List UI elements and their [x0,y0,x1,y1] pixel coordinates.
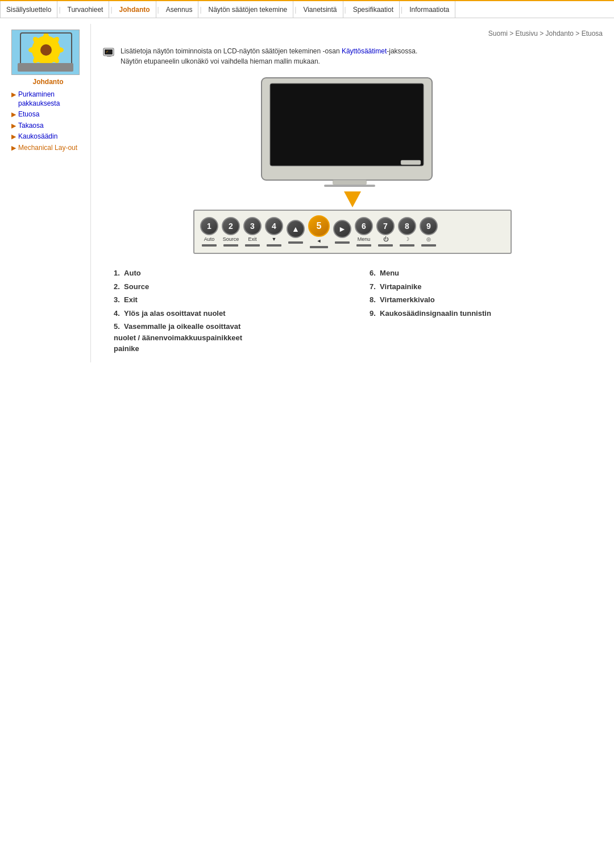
nav-sep-2: | [109,1,113,18]
ctrl-btn-3[interactable]: 3 Exit [243,217,262,247]
info-box: ✓ Lisätietoja näytön toiminnoista on LCD… [102,46,603,66]
ctrl-label-source: Source [223,236,239,242]
svg-rect-22 [324,185,375,187]
ctrl-label-led: ☽ [405,236,409,242]
ctrl-number-8: 8 [405,222,409,231]
info-text-after-link: -jaksossa. [387,47,417,55]
ctrl-circle-8[interactable]: 8 [398,217,416,235]
nav-item-asennus[interactable]: Asennus [160,1,199,18]
nav-item-turvaohieet[interactable]: Turvaohieet [62,1,110,18]
nav-sep-3: | [156,1,160,18]
ctrl-number-1: 1 [207,222,211,231]
ctrl-number-9: 9 [426,222,431,231]
ctrl-circle-4[interactable]: 4 [265,217,283,235]
list-left: 1. Auto 2. Source 3. Exit 4. Ylös ja ala… [114,265,347,357]
down-arrow [102,191,603,208]
nav-sep-6: | [343,1,347,18]
info-paragraph: Lisätietoja näytön toiminnoista on LCD-n… [121,46,417,66]
sidebar-item-takaosa[interactable]: ▶ Takaosa [11,122,85,131]
ctrl-indicator-up [288,241,303,244]
arrow-icon-mechanical: ▶ [11,144,16,152]
nav-item-johdanto[interactable]: Johdanto [114,1,156,18]
ctrl-indicator-right [335,241,350,244]
sidebar-item-mechanical[interactable]: ▶ Mechanical Lay-out [11,144,85,153]
sidebar-link-mechanical[interactable]: Mechanical Lay-out [18,144,77,153]
sidebar-link-kaukosaaadin[interactable]: Kaukosäädin [18,132,57,141]
list-item-7: 7. Virtapainike [370,281,603,293]
nav-item-spesifikaatiot[interactable]: Spesifikaatiot [347,1,400,18]
sidebar-item-etuosa[interactable]: ▶ Etuosa [11,110,85,119]
nav-item-informaatiota[interactable]: Informaatiota [404,1,455,18]
sidebar-link-takaosa[interactable]: Takaosa [18,122,44,131]
list-item-5: 5. Vasemmalle ja oikealle osoittavat nuo… [114,321,250,354]
ctrl-circle-right[interactable]: ► [333,220,351,238]
list-num-1: 1. [114,269,120,277]
list-num-8: 8. [370,295,376,304]
list-item-9: 9. Kaukosäädinsignaalin tunnistin [370,308,603,319]
svg-text:✓: ✓ [106,50,109,53]
ctrl-circle-1[interactable]: 1 [200,217,218,235]
list-num-7: 7. [370,282,376,291]
ctrl-number-6: 6 [362,222,366,231]
arrow-icon-takaosa: ▶ [11,122,16,130]
ctrl-btn-right[interactable]: ► [333,220,351,244]
list-num-6: 6. [370,269,376,277]
nav-sep-1: | [57,1,61,18]
svg-point-9 [28,47,38,53]
info-text-line2: Näytön etupaneelin ulkonäkö voi vaihdell… [121,57,320,65]
ctrl-label-exit: Exit [248,236,256,242]
nav-sep-4: | [198,1,202,18]
list-right: 6. Menu 7. Virtapainike 8. Virtamerkkiva… [370,265,603,357]
ctrl-btn-4[interactable]: 4 ▼ [265,217,283,247]
ctrl-indicator-3 [245,244,260,247]
list-item-6: 6. Menu [370,268,603,279]
ctrl-btn-6[interactable]: 6 Menu [355,217,373,247]
ctrl-number-right: ► [338,224,346,233]
sidebar-menu: ▶ Purkaminen pakkauksesta ▶ Etuosa ▶ Tak… [11,90,85,153]
sidebar-link-etuosa[interactable]: Etuosa [18,110,39,119]
ctrl-circle-2[interactable]: 2 [222,217,240,235]
list-text-2: Source [124,282,149,291]
sidebar-title: Johdanto [11,78,85,86]
nav-item-sisallysluettelo[interactable]: Sisällysluettelo [0,1,57,18]
nav-item-vianetsinta[interactable]: Vianetsintä [297,1,343,18]
list-text-8: Virtamerkkivalo [380,295,435,304]
controls-buttons-row: 1 Auto 2 Source 3 [200,215,505,248]
ctrl-btn-8[interactable]: 8 ☽ [398,217,416,247]
nav-item-nayton[interactable]: Näytön säätöjen tekemine [203,1,294,18]
ctrl-circle-6[interactable]: 6 [355,217,373,235]
ctrl-circle-up[interactable]: ▲ [287,220,305,238]
list-text-3: Exit [124,295,138,304]
ctrl-number-up: ▲ [292,224,300,233]
ctrl-btn-up[interactable]: ▲ [287,220,305,244]
ctrl-btn-5[interactable]: 5 ◄ [308,215,330,248]
list-text-6: Menu [380,269,399,277]
arrow-icon-purkaminen: ▶ [11,91,16,98]
list-item-1: 1. Auto [114,268,347,279]
ctrl-circle-7[interactable]: 7 [376,217,395,235]
list-item-4: 4. Ylös ja alas osoittavat nuolet [114,308,347,319]
monitor-svg [256,75,449,189]
top-navigation: Sisällysluettelo | Turvaohieet | Johdant… [0,0,614,18]
ctrl-circle-3[interactable]: 3 [243,217,262,235]
info-link-kayttosaatimet[interactable]: Käyttösäätimet [342,47,387,55]
sidebar-item-purkaminen[interactable]: ▶ Purkaminen pakkauksesta [11,90,85,108]
ctrl-btn-9[interactable]: 9 ◎ [420,217,438,247]
ctrl-label-left: ◄ [317,238,322,244]
list-num-2: 2. [114,282,120,291]
main-content: Suomi > Etusivu > Johdanto > Etuosa ✓ Li… [91,24,614,362]
ctrl-number-2: 2 [229,222,233,231]
ctrl-btn-7[interactable]: 7 ⏻ [376,217,395,247]
sidebar-item-kaukosaaadin[interactable]: ▶ Kaukosäädin [11,132,85,141]
ctrl-btn-1[interactable]: 1 Auto [200,217,218,247]
list-num-5: 5. [114,322,120,331]
ctrl-circle-5[interactable]: 5 [308,215,330,237]
ctrl-circle-9[interactable]: 9 [420,217,438,235]
main-layout: Johdanto ▶ Purkaminen pakkauksesta ▶ Etu… [0,18,614,368]
list-num-3: 3. [114,295,120,304]
list-text-1: Auto [124,269,141,277]
sidebar-link-purkaminen[interactable]: Purkaminen pakkauksesta [18,90,85,108]
ctrl-label-power: ⏻ [383,236,388,242]
ctrl-btn-2[interactable]: 2 Source [222,217,240,247]
monitor-diagram [102,75,603,189]
